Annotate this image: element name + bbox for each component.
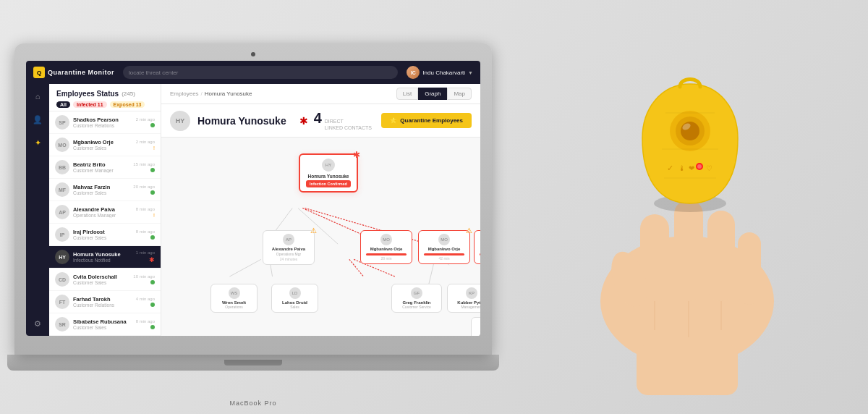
emp-name: Sibabatse Rubusana (73, 318, 132, 325)
topbar: Q Quarantine Monitor locate threat cente… (26, 61, 480, 84)
risk-bar (366, 253, 407, 255)
chevron-down-icon[interactable]: ▼ (468, 70, 473, 75)
node-avatar: WS (229, 287, 240, 299)
node-kp[interactable]: KP Kubber Pyton Management (447, 284, 480, 313)
status-dot-green (150, 325, 155, 329)
emp-meta: 20 min ago (133, 185, 155, 195)
sidebar-item-settings[interactable]: ⚙ (31, 317, 44, 330)
topbar-user: IC Indu Chakarvarti ▼ (407, 66, 473, 79)
svg-text:🌡: 🌡 (678, 164, 686, 172)
right-header: Employees / Homura Yunosuke List Graph M… (161, 84, 480, 104)
emp-role: Customer Sales (73, 145, 132, 151)
emp-time: 2 min ago (136, 117, 155, 122)
employee-item-alexandre[interactable]: AP Alexandre Paiva Operations Manager 8 … (49, 201, 161, 224)
filter-all[interactable]: All (56, 101, 70, 108)
sidebar: ⌂ 👤 ✦ ⚙ (26, 84, 49, 336)
contacts-label: DIRECT LINKED CONTACTS (325, 118, 372, 131)
node-avatar: KP (466, 287, 477, 299)
node-ap[interactable]: ⚠ AP Alexandre Paiva Operations Mgr 24 m… (263, 230, 315, 265)
filter-tags: All Infected 11 Exposed 13 (56, 101, 153, 108)
quarantine-button[interactable]: ⭐ Quarantine Employees (381, 113, 472, 128)
filter-infected[interactable]: Infected 11 (73, 101, 107, 108)
emp-role: Infectious Notified (73, 258, 132, 263)
app: Q Quarantine Monitor locate threat cente… (26, 61, 480, 336)
sidebar-item-users[interactable]: 👤 (31, 113, 44, 126)
logo-icon: Q (33, 67, 45, 78)
employee-item-beatriz[interactable]: BB Beatriz Brito Customer Manager 15 min… (49, 156, 161, 179)
emp-name: Cvita Dolerschall (73, 274, 129, 280)
emp-time: 20 min ago (133, 185, 155, 189)
emp-time: 2 min ago (136, 140, 155, 144)
left-panel: Employees Status (245) All Infected 11 (49, 84, 161, 336)
hand-shape (600, 200, 774, 395)
emp-info: Farhad Tarokh Customer Relations (73, 296, 132, 308)
emp-role: Customer Sales (73, 190, 129, 195)
graph-area: ✱ HY Homura Yunosuke Infection Confirmed… (161, 138, 480, 336)
detail-header: HY Homura Yunosuke ✱ 4 DIRECT LINKED CON… (161, 104, 480, 138)
status-dot-green (150, 123, 155, 127)
node-avatar: GF (411, 287, 422, 299)
emp-avatar: BB (55, 160, 69, 174)
node-bs[interactable]: BS Benedikt Saltyain 26 min (474, 230, 480, 264)
emp-name: Iraj Pirdoost (73, 229, 132, 235)
star-icon: ⭐ (390, 117, 397, 124)
detail-stats: ✱ 4 DIRECT LINKED CONTACTS (299, 110, 372, 131)
emp-role: Customer Sales (73, 235, 132, 240)
node-hm[interactable]: HM Heqrit Ghiol Moboy Sales (471, 317, 480, 336)
employee-item-sibabatse[interactable]: SR Sibabatse Rubusana Customer Sales 8 m… (49, 313, 161, 336)
node-wp[interactable]: WS Wren Smelt Operations (210, 284, 258, 313)
node-mo1[interactable]: MO Mgbankwo Orje 28 min (360, 230, 412, 264)
node-ls[interactable]: LD Lahos Druid Sales (271, 284, 318, 313)
emp-meta: 4 min ago (136, 297, 155, 307)
status-dot-green (150, 168, 155, 172)
laptop-camera (251, 52, 255, 56)
emp-role: Customer Manager (73, 168, 129, 173)
node-badge: Infection Confirmed (306, 180, 351, 187)
employee-item-cvita[interactable]: CD Cvita Dolerschall Customer Sales 10 m… (49, 269, 161, 291)
node-avatar: MO (380, 234, 392, 245)
emp-time: 8 min ago (136, 319, 155, 324)
employee-item-shadkos[interactable]: SP Shadkos Pearson Customer Relations 2 … (49, 111, 161, 134)
user-name: Indu Chakarvarti (422, 69, 465, 76)
employee-item-homura[interactable]: HY Homura Yunosuke Infectious Notified 1… (49, 246, 161, 269)
emp-meta: 2 min ago ! (136, 140, 155, 151)
emp-info: Shadkos Pearson Customer Relations (73, 117, 132, 128)
svg-rect-14 (738, 232, 761, 305)
tab-bar: List Graph Map (396, 88, 472, 100)
node-role: Operations Mgr (268, 252, 309, 256)
warn-icon: ⚠ (310, 227, 317, 235)
emp-meta: 1 min ago ✱ (136, 250, 155, 263)
tab-graph[interactable]: Graph (418, 88, 447, 100)
sidebar-item-home[interactable]: ⌂ (31, 90, 44, 103)
warn-icon: ⚠ (466, 227, 472, 235)
emp-info: Mgbankwo Orje Customer Sales (73, 139, 132, 151)
emp-role: Customer Sales (73, 280, 129, 285)
emp-role: Customer Relations (73, 123, 132, 128)
filter-exposed[interactable]: Exposed 13 (110, 101, 145, 108)
tab-list[interactable]: List (396, 88, 418, 100)
sidebar-item-network[interactable]: ✦ (31, 136, 44, 149)
employee-item-mahvaz[interactable]: MF Mahvaz Farzin Customer Sales 20 min a… (49, 179, 161, 201)
node-name: Homura Yunosuke (306, 174, 351, 179)
node-homura[interactable]: ✱ HY Homura Yunosuke Infection Confirmed (299, 153, 358, 193)
emp-info: Homura Yunosuke Infectious Notified (73, 251, 132, 263)
employee-item-farhad[interactable]: FT Farhad Tarokh Customer Relations 4 mi… (49, 291, 161, 313)
emp-meta: 2 min ago (136, 117, 155, 127)
svg-rect-12 (674, 200, 703, 301)
node-mo2[interactable]: ⚠ MO Mgbankwo Orje 42 min (418, 230, 470, 264)
emp-info: Mahvaz Farzin Customer Sales (73, 184, 129, 195)
node-avatar: HY (322, 159, 335, 172)
node-name: Benedikt Saltyain (480, 247, 480, 251)
topbar-search[interactable]: locate threat center (123, 66, 398, 79)
emp-role: Operations Manager (73, 213, 132, 218)
right-panel: Employees / Homura Yunosuke List Graph M… (161, 84, 480, 336)
employee-item-mgbankwo[interactable]: MO Mgbankwo Orje Customer Sales 2 min ag… (49, 134, 161, 156)
laptop-wrapper: Q Quarantine Monitor locate threat cente… (0, 0, 506, 414)
node-gr[interactable]: GF Greg Franklin Customer Service (391, 284, 442, 313)
employee-item-iraj[interactable]: IP Iraj Pirdoost Customer Sales 8 min ag… (49, 224, 161, 246)
warn-icon: ! (153, 145, 155, 151)
node-avatar: AP (283, 234, 294, 245)
status-dot-green (150, 235, 155, 240)
tab-map[interactable]: Map (447, 88, 472, 100)
breadcrumb: Employees / Homura Yunosuke (170, 90, 252, 97)
